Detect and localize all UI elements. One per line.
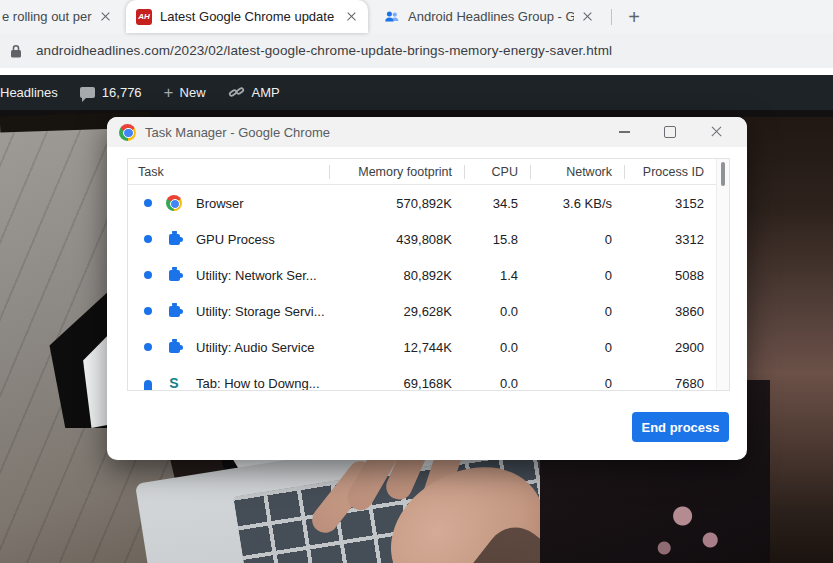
- tab-strip: e rolling out per t AH Latest Google Chr…: [0, 0, 833, 33]
- cpu-value: 0.0: [464, 340, 530, 355]
- network-value: 0: [530, 340, 624, 355]
- page-top-gap: [0, 68, 833, 75]
- task-name: Utility: Audio Service: [196, 340, 315, 355]
- memory-value: 570,892K: [329, 196, 464, 211]
- bullet-dot: [144, 380, 152, 391]
- table-scrollbar[interactable]: [716, 159, 729, 390]
- pid-value: 7680: [624, 376, 716, 391]
- maximize-button[interactable]: [655, 117, 685, 147]
- scrollbar-thumb[interactable]: [721, 162, 725, 186]
- memory-value: 12,744K: [329, 340, 464, 355]
- table-row[interactable]: S Tab: How to Downg... 69,168K 0.0 0 768…: [128, 365, 716, 390]
- cpu-value: 0.0: [464, 376, 530, 391]
- memory-value: 69,168K: [329, 376, 464, 391]
- tab-rolling-out[interactable]: e rolling out per t: [0, 0, 120, 33]
- pid-value: 3312: [624, 232, 716, 247]
- bullet-dot: [144, 271, 152, 279]
- process-table: Task Memory footprint CPU Network Proces…: [127, 158, 730, 391]
- table-row[interactable]: Utility: Audio Service 12,744K 0.0 0 290…: [128, 329, 716, 365]
- admin-comments[interactable]: 16,776: [80, 85, 142, 100]
- wp-admin-bar: Headlines 16,776 + New AMP: [0, 75, 833, 110]
- chrome-logo-icon: [119, 124, 136, 141]
- bullet-dot: [144, 307, 152, 315]
- admin-new-button[interactable]: + New: [164, 83, 206, 103]
- s-site-icon: S: [166, 375, 182, 390]
- pid-value: 2900: [624, 340, 716, 355]
- pid-value: 3860: [624, 304, 716, 319]
- task-name: GPU Process: [196, 232, 275, 247]
- cpu-value: 15.8: [464, 232, 530, 247]
- new-tab-button[interactable]: +: [620, 3, 648, 31]
- column-cpu[interactable]: CPU: [464, 165, 530, 179]
- tab-latest-chrome-update-active[interactable]: AH Latest Google Chrome update b: [126, 0, 368, 33]
- tab-separator: [611, 9, 612, 25]
- tab-title: Android Headlines Group - Goo: [408, 9, 574, 24]
- address-bar[interactable]: androidheadlines.com/2023/02/latest-goog…: [0, 33, 833, 68]
- lock-icon[interactable]: [10, 44, 22, 58]
- dialog-title: Task Manager - Google Chrome: [145, 125, 609, 140]
- bullet-dot: [144, 199, 152, 207]
- close-button[interactable]: [701, 117, 731, 147]
- dialog-title-bar[interactable]: Task Manager - Google Chrome: [107, 117, 747, 147]
- table-row[interactable]: GPU Process 439,808K 15.8 0 3312: [128, 221, 716, 257]
- chrome-icon: [166, 195, 182, 211]
- minimize-button[interactable]: [609, 117, 639, 147]
- memory-value: 439,808K: [329, 232, 464, 247]
- admin-amp-button[interactable]: AMP: [228, 84, 280, 101]
- tab-title: e rolling out per t: [2, 9, 92, 24]
- puzzle-icon: [166, 303, 182, 319]
- column-network[interactable]: Network: [530, 165, 624, 179]
- group-people-icon: [384, 9, 400, 25]
- tab-title: Latest Google Chrome update b: [160, 9, 338, 24]
- table-row[interactable]: Utility: Storage Servi... 29,628K 0.0 0 …: [128, 293, 716, 329]
- table-row[interactable]: Utility: Network Ser... 80,892K 1.4 0 50…: [128, 257, 716, 293]
- plus-icon: +: [164, 83, 174, 103]
- admin-site-name[interactable]: Headlines: [0, 85, 58, 100]
- network-value: 0: [530, 376, 624, 391]
- network-value: 3.6 KB/s: [530, 196, 624, 211]
- close-tab-icon[interactable]: [580, 9, 596, 25]
- puzzle-icon: [166, 231, 182, 247]
- table-header: Task Memory footprint CPU Network Proces…: [128, 159, 716, 185]
- url-text[interactable]: androidheadlines.com/2023/02/latest-goog…: [36, 43, 612, 58]
- task-name: Tab: How to Downg...: [196, 376, 320, 391]
- column-task[interactable]: Task: [128, 165, 329, 179]
- network-value: 0: [530, 304, 624, 319]
- task-name: Utility: Storage Servi...: [196, 304, 325, 319]
- pid-value: 3152: [624, 196, 716, 211]
- memory-value: 80,892K: [329, 268, 464, 283]
- task-name: Browser: [196, 196, 244, 211]
- end-process-button[interactable]: End process: [632, 412, 729, 442]
- column-process-id[interactable]: Process ID: [624, 165, 716, 179]
- puzzle-icon: [166, 267, 182, 283]
- link-chain-icon: [228, 84, 245, 101]
- memory-value: 29,628K: [329, 304, 464, 319]
- close-tab-icon[interactable]: [344, 9, 360, 25]
- network-value: 0: [530, 268, 624, 283]
- cpu-value: 34.5: [464, 196, 530, 211]
- puzzle-icon: [166, 339, 182, 355]
- ah-favicon: AH: [136, 9, 152, 25]
- bullet-dot: [144, 235, 152, 243]
- cpu-value: 0.0: [464, 304, 530, 319]
- tab-android-headlines-group[interactable]: Android Headlines Group - Goo: [374, 0, 604, 33]
- table-row[interactable]: Browser 570,892K 34.5 3.6 KB/s 3152: [128, 185, 716, 221]
- column-memory[interactable]: Memory footprint: [329, 165, 464, 179]
- task-manager-dialog: Task Manager - Google Chrome Task Memory…: [107, 117, 747, 460]
- cpu-value: 1.4: [464, 268, 530, 283]
- comment-bubble-icon: [80, 87, 95, 98]
- task-name: Utility: Network Ser...: [196, 268, 317, 283]
- close-tab-icon[interactable]: [98, 9, 114, 25]
- pid-value: 5088: [624, 268, 716, 283]
- bullet-dot: [144, 343, 152, 351]
- network-value: 0: [530, 232, 624, 247]
